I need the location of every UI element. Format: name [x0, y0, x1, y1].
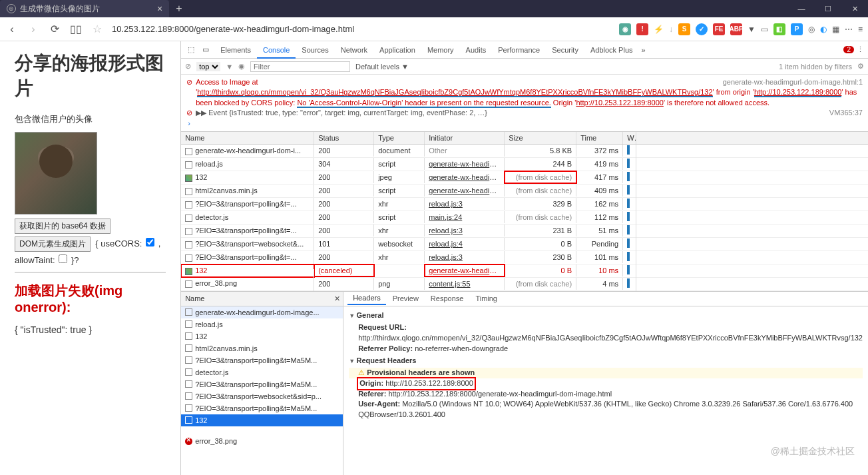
col-size[interactable]: Size: [505, 132, 576, 144]
col-status[interactable]: Status: [314, 132, 374, 144]
ext-icon[interactable]: ▼: [748, 25, 756, 34]
error-json: { "isTrusted": true }: [15, 324, 166, 335]
browser-tab[interactable]: ⊕ 生成带微信头像的图片 ×: [0, 0, 169, 17]
col-name[interactable]: Name: [181, 132, 314, 144]
request-item[interactable]: ?EIO=3&transport=polling&t=Ma5M...: [181, 354, 343, 366]
ext-icon[interactable]: ◐: [820, 25, 827, 34]
new-tab-button[interactable]: +: [169, 3, 188, 15]
col-initiator[interactable]: Initiator: [425, 132, 505, 144]
ext-icon[interactable]: ✓: [696, 23, 708, 35]
levels-select[interactable]: Default levels ▼: [355, 63, 409, 71]
reader-icon[interactable]: ▯▯: [69, 23, 83, 36]
network-row[interactable]: error_38.png200pngcontent.js:55(from dis…: [181, 278, 868, 291]
inspect-icon[interactable]: ⬚: [185, 45, 197, 54]
devtools-tab-adblock plus[interactable]: Adblock Plus: [584, 43, 639, 57]
error-count-badge[interactable]: 2: [843, 46, 854, 53]
network-row[interactable]: ?EIO=3&transport=polling&t=...200xhrrelo…: [181, 225, 868, 238]
ext-icon[interactable]: P: [791, 23, 803, 35]
console-filter-bar: ⊘ top ▼ ◉ Default levels ▼ 1 item hidden…: [181, 59, 868, 75]
ext-icon[interactable]: ABP: [730, 23, 742, 35]
ext-icon[interactable]: ⚡: [654, 25, 664, 34]
devtools-tab-application[interactable]: Application: [373, 43, 421, 57]
network-row[interactable]: detector.js200scriptmain.js:24(from disk…: [181, 211, 868, 225]
ext-icon[interactable]: ◎: [808, 25, 815, 34]
request-item[interactable]: ?EIO=3&transport=polling&t=Ma5M...: [181, 402, 343, 414]
console-prompt[interactable]: ›: [186, 119, 863, 129]
request-tab-response[interactable]: Response: [425, 292, 469, 304]
url-input[interactable]: 10.253.122.189:8000/generate-wx-headimgu…: [112, 24, 611, 34]
dom-to-image-button[interactable]: DOM元素生成图片: [15, 237, 91, 252]
devtools-tab-elements[interactable]: Elements: [214, 43, 257, 57]
clear-icon[interactable]: ⊘: [185, 62, 191, 71]
settings-icon[interactable]: ⋮: [857, 45, 864, 54]
menu-icon[interactable]: ≡: [858, 25, 863, 34]
ext-icon[interactable]: ↓: [669, 25, 673, 34]
devtools-tab-sources[interactable]: Sources: [296, 43, 334, 57]
col-waterfall[interactable]: W: [623, 132, 636, 144]
get-base64-button[interactable]: 获取图片的 base64 数据: [15, 219, 110, 234]
ext-icon[interactable]: S: [678, 23, 690, 35]
network-row[interactable]: ?EIO=3&transport=polling&t=...200xhrrelo…: [181, 251, 868, 264]
ext-icon[interactable]: ◧: [773, 23, 785, 35]
context-select[interactable]: top: [196, 62, 220, 71]
star-icon[interactable]: ☆: [91, 23, 104, 36]
request-item[interactable]: detector.js: [181, 366, 343, 378]
ext-icon[interactable]: ◉: [619, 23, 631, 35]
col-type[interactable]: Type: [374, 132, 425, 144]
eye-icon[interactable]: ◉: [238, 62, 245, 71]
devtools-tabs: ⬚ ▭ ElementsConsoleSourcesNetworkApplica…: [181, 41, 868, 59]
general-section[interactable]: General: [349, 309, 863, 322]
request-tab-timing[interactable]: Timing: [470, 292, 503, 304]
window-controls: — ☐ ✕: [788, 0, 868, 17]
network-row[interactable]: 132200jpeggenerate-wx-headim...(from dis…: [181, 171, 868, 185]
devtools-tab-audits[interactable]: Audits: [460, 43, 493, 57]
back-button[interactable]: ‹: [5, 23, 19, 36]
forward-button[interactable]: ›: [27, 23, 40, 36]
network-row[interactable]: ?EIO=3&transport=polling&t=...200xhrrelo…: [181, 198, 868, 211]
ext-icon[interactable]: ▦: [832, 25, 839, 34]
devtools-tab-console[interactable]: Console: [257, 43, 296, 59]
device-icon[interactable]: ▭: [200, 45, 212, 54]
devtools-tab-network[interactable]: Network: [335, 43, 373, 57]
network-row[interactable]: html2canvas.min.js200scriptgenerate-wx-h…: [181, 185, 868, 198]
ext-icon[interactable]: FE: [713, 23, 725, 35]
close-icon[interactable]: ✕: [334, 294, 340, 303]
reload-button[interactable]: ⟳: [48, 23, 61, 36]
close-button[interactable]: ✕: [841, 0, 868, 17]
allowtaint-checkbox[interactable]: [59, 254, 67, 263]
request-item[interactable]: 132: [181, 330, 343, 342]
devtools-tab-memory[interactable]: Memory: [421, 43, 460, 57]
ext-icon[interactable]: ▭: [761, 25, 768, 34]
request-tab-preview[interactable]: Preview: [387, 292, 424, 304]
minimize-button[interactable]: —: [788, 0, 815, 17]
request-item[interactable]: error_38.png: [181, 426, 343, 456]
col-time[interactable]: Time: [576, 132, 623, 144]
request-headers-section[interactable]: Request Headers: [349, 354, 863, 368]
request-item[interactable]: ?EIO=3&transport=polling&t=Ma5M...: [181, 378, 343, 390]
usecors-checkbox[interactable]: [146, 238, 154, 246]
ext-icon[interactable]: !: [636, 23, 648, 35]
close-icon[interactable]: ×: [157, 3, 162, 14]
ext-icon[interactable]: ⋯: [845, 25, 853, 34]
devtools-tab-security[interactable]: Security: [546, 43, 584, 57]
more-icon[interactable]: »: [642, 46, 646, 54]
network-row[interactable]: generate-wx-headimgurl-dom-i...200docume…: [181, 145, 868, 158]
gear-icon[interactable]: ⚙: [857, 62, 864, 71]
tab-title: 生成带微信头像的图片: [20, 3, 100, 15]
console-event[interactable]: VM365:37 ▶▶ Event {isTrusted: true, type…: [186, 108, 863, 118]
devtools-tab-performance[interactable]: Performance: [492, 43, 546, 57]
request-item[interactable]: reload.js: [181, 318, 343, 330]
error-source[interactable]: generate-wx-headimgurl-dom-image.html:1: [723, 77, 863, 87]
network-row[interactable]: reload.js304scriptgenerate-wx-headim...2…: [181, 158, 868, 171]
network-row[interactable]: ?EIO=3&transport=websocket&...101websock…: [181, 238, 868, 251]
request-item[interactable]: html2canvas.min.js: [181, 342, 343, 354]
request-tab-headers[interactable]: Headers: [347, 292, 386, 305]
request-item[interactable]: generate-wx-headimgurl-dom-image...: [181, 306, 343, 318]
watermark: @稀土掘金技术社区: [771, 446, 855, 458]
request-item[interactable]: 132: [181, 414, 343, 426]
hidden-items: 1 item hidden by filters: [779, 63, 852, 71]
devtools-panel: ⬚ ▭ ElementsConsoleSourcesNetworkApplica…: [181, 41, 868, 475]
maximize-button[interactable]: ☐: [815, 0, 841, 17]
request-item[interactable]: ?EIO=3&transport=websocket&sid=p...: [181, 390, 343, 402]
filter-input[interactable]: [250, 61, 350, 72]
